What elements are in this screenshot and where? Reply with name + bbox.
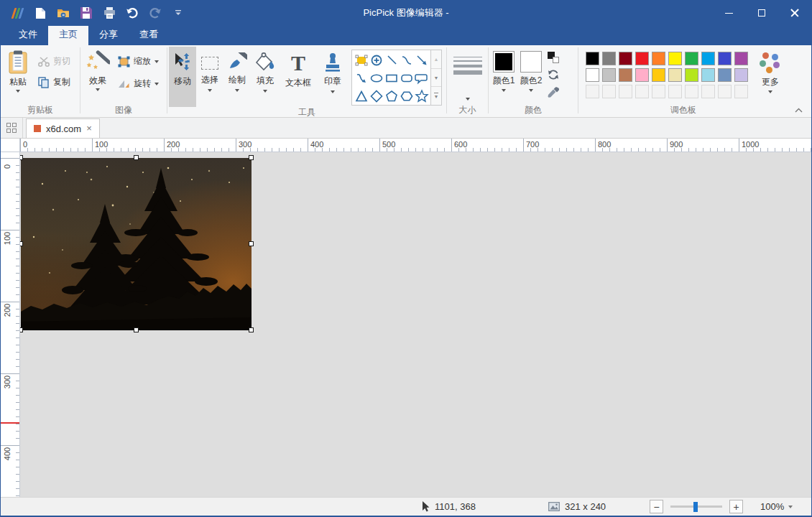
draw-tool-button[interactable]: 绘制 xyxy=(223,47,251,107)
palette-swatch-c3c3c3[interactable] xyxy=(602,68,616,82)
selection-handle[interactable] xyxy=(249,241,254,246)
size-caret[interactable] xyxy=(466,98,470,101)
tab-file[interactable]: 文件 xyxy=(8,24,48,45)
shape-diamond-icon[interactable] xyxy=(369,87,384,105)
shape-rounded-rect-icon[interactable] xyxy=(399,69,414,87)
shape-curve-icon[interactable] xyxy=(399,51,414,69)
collapse-ribbon-icon[interactable] xyxy=(795,106,803,114)
effects-button[interactable]: 效果 xyxy=(82,47,114,91)
palette-swatch-empty[interactable] xyxy=(734,85,748,98)
palette-swatch-ffc90e[interactable] xyxy=(652,68,665,82)
zoom-slider[interactable] xyxy=(670,506,722,508)
selection-handle[interactable] xyxy=(20,155,23,160)
tab-list-button[interactable] xyxy=(1,118,23,138)
zoom-slider-handle[interactable] xyxy=(693,502,698,512)
shape-speech-bubble-icon[interactable] xyxy=(414,69,429,87)
redo-icon[interactable] xyxy=(147,5,163,21)
tab-home[interactable]: 主页 xyxy=(48,24,88,45)
palette-swatch-empty[interactable] xyxy=(619,85,632,98)
palette-swatch-empty[interactable] xyxy=(718,85,732,98)
palette-swatch-ffffff[interactable] xyxy=(586,68,599,82)
copy-button[interactable]: 复制 xyxy=(38,76,70,88)
tab-view[interactable]: 查看 xyxy=(129,24,169,45)
document-tab-close-icon[interactable]: × xyxy=(86,125,92,132)
sync-colors-icon[interactable] xyxy=(548,69,559,80)
palette-swatch-ffaec9[interactable] xyxy=(635,68,649,82)
canvas[interactable] xyxy=(20,152,811,497)
line-size-icon[interactable] xyxy=(453,57,482,75)
palette-swatch-000000[interactable] xyxy=(586,52,599,65)
swap-colors-icon[interactable] xyxy=(548,52,559,63)
selection-handle[interactable] xyxy=(134,327,139,332)
shape-line-icon[interactable] xyxy=(384,51,399,69)
palette-swatch-22b14c[interactable] xyxy=(685,52,698,65)
paste-button[interactable]: 粘贴 xyxy=(2,47,34,93)
undo-icon[interactable] xyxy=(124,5,140,21)
palette-swatch-880015[interactable] xyxy=(619,52,632,65)
palette-swatch-efe4b0[interactable] xyxy=(668,68,682,82)
palette-swatch-ed1c24[interactable] xyxy=(635,52,649,65)
document-tab[interactable]: x6d.com × xyxy=(26,118,100,138)
stamp-tool-button[interactable]: 印章 xyxy=(317,47,349,107)
color1-button[interactable]: 颜色1 xyxy=(490,47,517,92)
palette-swatch-c8bfe7[interactable] xyxy=(734,68,748,82)
open-folder-icon[interactable] xyxy=(55,5,71,21)
print-icon[interactable] xyxy=(101,5,117,21)
qat-dropdown-icon[interactable] xyxy=(170,5,186,21)
palette-swatch-fff200[interactable] xyxy=(668,52,682,65)
shape-ellipse-icon[interactable] xyxy=(369,69,384,87)
palette-swatch-a349a4[interactable] xyxy=(734,52,748,65)
gallery-scroll-up[interactable]: ▲ xyxy=(431,50,441,69)
resize-button[interactable]: 缩放 xyxy=(118,55,159,67)
palette-swatch-empty[interactable] xyxy=(586,85,599,98)
textbox-tool-button[interactable]: T 文本框 xyxy=(280,47,317,107)
shape-swoosh-arrow-icon[interactable] xyxy=(354,69,369,87)
shape-circle-plus-icon[interactable] xyxy=(369,51,384,69)
palette-swatch-ff7f27[interactable] xyxy=(652,52,665,65)
shape-star-icon[interactable] xyxy=(414,87,429,105)
edited-image[interactable] xyxy=(21,158,252,330)
minimize-button[interactable] xyxy=(712,0,745,26)
select-tool-button[interactable]: 选择 xyxy=(196,47,223,107)
shape-arrow-icon[interactable] xyxy=(414,51,429,69)
shape-triangle-icon[interactable] xyxy=(354,87,369,105)
maximize-button[interactable] xyxy=(745,0,778,26)
shape-rectangle-icon[interactable] xyxy=(384,69,399,87)
shape-pentagon-icon[interactable] xyxy=(384,87,399,105)
palette-swatch-7f7f7f[interactable] xyxy=(602,52,616,65)
palette-swatch-b97a57[interactable] xyxy=(619,68,632,82)
more-colors-button[interactable]: 更多 xyxy=(754,47,787,93)
palette-swatch-99d9ea[interactable] xyxy=(701,68,715,82)
color2-button[interactable]: 颜色2 xyxy=(517,47,545,92)
gallery-more-button[interactable]: ▼ xyxy=(431,87,441,105)
fill-tool-button[interactable]: 填充 xyxy=(251,47,280,107)
palette-swatch-empty[interactable] xyxy=(635,85,649,98)
zoom-level[interactable]: 100% xyxy=(760,498,793,516)
selection-handle[interactable] xyxy=(20,241,23,246)
new-file-icon[interactable] xyxy=(32,5,48,21)
gallery-scroll-down[interactable]: ▼ xyxy=(431,69,441,88)
palette-swatch-3f48cc[interactable] xyxy=(718,52,732,65)
selection-handle[interactable] xyxy=(249,327,254,332)
palette-swatch-7092be[interactable] xyxy=(718,68,732,82)
rotate-button[interactable]: 旋转 xyxy=(118,78,159,90)
palette-swatch-empty[interactable] xyxy=(701,85,715,98)
shape-hexagon-icon[interactable] xyxy=(399,87,414,105)
palette-swatch-empty[interactable] xyxy=(602,85,616,98)
save-icon[interactable] xyxy=(78,5,94,21)
zoom-in-button[interactable]: + xyxy=(729,500,743,513)
move-tool-button[interactable]: 移动 xyxy=(169,47,196,107)
palette-swatch-b5e61d[interactable] xyxy=(685,68,698,82)
selection-handle[interactable] xyxy=(249,155,254,160)
selection-handle[interactable] xyxy=(20,327,23,332)
tab-share[interactable]: 分享 xyxy=(88,24,129,45)
eyedropper-icon[interactable] xyxy=(548,86,559,98)
palette-swatch-00a2e8[interactable] xyxy=(701,52,715,65)
cut-button[interactable]: 剪切 xyxy=(38,55,70,67)
palette-swatch-empty[interactable] xyxy=(652,85,665,98)
zoom-out-button[interactable]: − xyxy=(650,500,663,513)
palette-swatch-empty[interactable] xyxy=(685,85,698,98)
palette-swatch-empty[interactable] xyxy=(668,85,682,98)
selection-handle[interactable] xyxy=(134,155,139,160)
close-button[interactable] xyxy=(778,0,811,26)
